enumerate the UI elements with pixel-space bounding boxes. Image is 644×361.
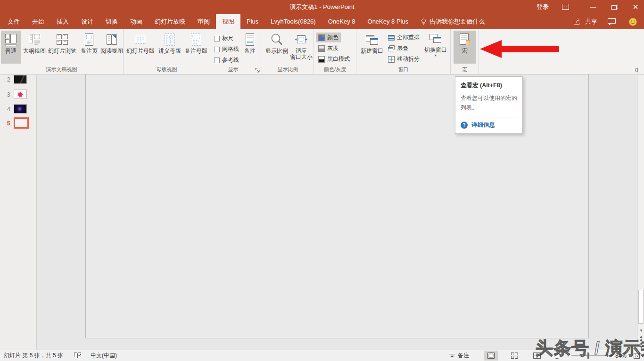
tab-onekey8plus[interactable]: OneKey 8 Plus (362, 14, 415, 29)
status-slide-sorter-icon (511, 353, 518, 359)
button-label: 备注页 (81, 48, 98, 54)
share-label: 共享 (585, 17, 597, 26)
slide-number: 4 (0, 106, 10, 113)
close-button[interactable]: ✕ (627, 0, 644, 14)
notes-button[interactable]: 备注 (240, 31, 259, 64)
slide-sorter-button[interactable]: 幻灯片浏览 (47, 31, 77, 64)
tab-onekey8[interactable]: OneKey 8 (322, 14, 362, 29)
slide-thumbnail-2[interactable]: 2 (0, 75, 37, 86)
watermark-text: 头条号 / 演示邦 (536, 336, 644, 360)
arrange-all-button[interactable]: 全部重排 (386, 33, 422, 42)
fit-to-window-button[interactable]: 适应 窗口大小 (289, 31, 313, 64)
scrollbar-thumb[interactable] (638, 290, 644, 324)
new-window-button[interactable]: 新建窗口 (359, 31, 385, 64)
move-split-button[interactable]: 移动拆分 (386, 54, 422, 64)
normal-view-icon (4, 32, 18, 47)
status-normal-view-button[interactable] (484, 351, 498, 361)
tooltip-help-link[interactable]: ? 详细信息 (461, 121, 517, 129)
black-white-swatch-icon (318, 56, 325, 63)
button-label: 宏 (462, 48, 468, 54)
red-annotation-arrow (478, 39, 561, 59)
outline-view-button[interactable]: 大纲视图 (22, 31, 47, 64)
tab-lvyhtools[interactable]: LvyhTools(0826) (264, 14, 322, 29)
comments-button[interactable] (607, 14, 616, 29)
tab-insert[interactable]: 插入 (50, 14, 75, 29)
tab-home[interactable]: 开始 (26, 14, 50, 29)
language-button[interactable]: 中文(中国) (91, 350, 117, 361)
handout-master-button[interactable]: 讲义母版 (157, 31, 183, 64)
move-split-icon (388, 56, 395, 63)
button-label: 黑白模式 (327, 55, 350, 63)
vertical-scrollbar[interactable]: ▼ ▲▲ ▼▼ (637, 75, 644, 350)
notes-page-button[interactable]: 备注页 (77, 31, 101, 64)
cascade-button[interactable]: 层叠 (386, 43, 411, 53)
grayscale-button[interactable]: 灰度 (316, 43, 341, 53)
proofing-button[interactable] (74, 350, 82, 361)
slide-counter[interactable]: 幻灯片 第 5 张，共 5 张 (4, 350, 63, 361)
group-macros: 宏 宏 (451, 29, 479, 74)
ribbon-tab-row: 文件 开始 插入 设计 切换 动画 幻灯片放映 审阅 视图 Plus LvyhT… (0, 14, 644, 29)
tab-plus[interactable]: Plus (240, 14, 264, 29)
notes-master-button[interactable]: 备注母版 (183, 31, 209, 64)
black-and-white-button[interactable]: 黑白模式 (316, 54, 352, 64)
proofing-icon (74, 352, 82, 359)
tooltip-divider (461, 117, 517, 117)
slide-thumbnail-pane: 2 3 4 5 (0, 75, 37, 350)
feedback-smiley-button[interactable] (629, 14, 637, 29)
slide-thumbnail-image (14, 90, 27, 99)
status-slide-sorter-button[interactable] (507, 351, 521, 361)
group-show: 标尺 网格线 参考线 备注 (210, 29, 262, 74)
comment-icon (607, 18, 616, 25)
tab-design[interactable]: 设计 (75, 14, 99, 29)
button-label: 移动拆分 (397, 55, 420, 63)
tell-me-box[interactable]: 告诉我你想要做什么 (414, 14, 491, 29)
slide-number: 2 (0, 76, 10, 83)
tab-slideshow[interactable]: 幻灯片放映 (149, 14, 191, 29)
slide-number: 5 (0, 120, 10, 127)
tab-transitions[interactable]: 切换 (99, 14, 124, 29)
outline-view-icon (27, 32, 41, 47)
switch-windows-button[interactable]: 切换窗口 ▾ (422, 31, 449, 64)
color-mode-button[interactable]: 颜色 (316, 33, 341, 42)
macros-button[interactable]: 宏 (454, 31, 476, 64)
notes-page-icon (82, 32, 96, 47)
button-label: 讲义母版 (158, 48, 181, 54)
slide-master-button[interactable]: 幻灯片母版 (125, 31, 156, 64)
normal-view-button[interactable]: 普通 (1, 31, 21, 64)
share-button[interactable]: 共享 (573, 14, 597, 29)
notes-toggle-button[interactable]: 备注 (449, 350, 469, 361)
ruler-checkbox[interactable]: 标尺 (214, 34, 233, 42)
group-label: 颜色/灰度 (314, 66, 356, 73)
pin-ribbon-button[interactable] (633, 67, 640, 73)
button-label: 阅读视图 (100, 48, 123, 54)
zoom-button[interactable]: 显示比例 (265, 31, 289, 64)
tab-review[interactable]: 审阅 (191, 14, 216, 29)
gridlines-checkbox[interactable]: 网格线 (214, 45, 239, 53)
guides-checkbox[interactable]: 参考线 (214, 56, 239, 64)
button-label: 幻灯片浏览 (48, 48, 76, 54)
reading-view-icon (105, 32, 119, 47)
scroll-down-button[interactable]: ▼ (638, 328, 644, 334)
tab-view[interactable]: 视图 (216, 14, 240, 29)
slide-thumbnail-4[interactable]: 4 (0, 102, 37, 116)
tell-me-label: 告诉我你想要做什么 (429, 14, 485, 29)
slide-thumbnail-5[interactable]: 5 (0, 116, 37, 130)
group-label: 母版视图 (124, 66, 210, 73)
button-label: 灰度 (327, 44, 339, 52)
pin-ribbon-icon (633, 67, 640, 73)
sign-in-button[interactable]: 登录 (532, 0, 553, 14)
dropdown-arrow-icon: ▾ (435, 54, 437, 57)
reading-view-button[interactable]: 阅读视图 (101, 31, 123, 64)
restore-button[interactable] (605, 0, 624, 14)
checkbox-label: 网格线 (222, 45, 239, 53)
tab-animations[interactable]: 动画 (124, 14, 149, 29)
checkbox-icon (214, 36, 220, 41)
ribbon-display-options-button[interactable] (562, 0, 576, 14)
slide-thumbnail-3[interactable]: 3 (0, 87, 37, 101)
zoom-icon (269, 32, 284, 47)
tab-file[interactable]: 文件 (1, 14, 26, 29)
lightbulb-icon (421, 18, 426, 25)
button-label: 切换窗口 (424, 47, 447, 53)
minimize-button[interactable]: — (584, 0, 603, 14)
checkbox-icon (214, 57, 220, 63)
